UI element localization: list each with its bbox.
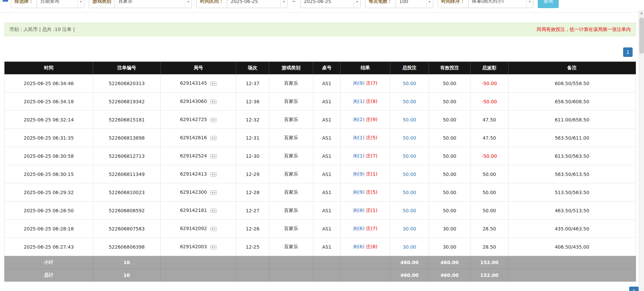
column-header-valid-bet: 有效投注 <box>429 62 470 74</box>
column-header-result: 结果 <box>340 62 390 74</box>
round-video-icon[interactable] <box>210 208 217 213</box>
table-header-row: 时间 注单编号 局号 场次 游戏类别 桌号 结果 总投注 有效投注 总派彩 备注 <box>5 62 636 74</box>
cell-result: 闲(1) 庄(5) <box>340 129 390 147</box>
total-bet-link[interactable]: 50.00 <box>403 172 416 177</box>
result-banker: 庄(8) <box>366 99 377 104</box>
filter-time-order-value: 降幂(由大到小) <box>472 0 523 4</box>
cell-payout: 28.50 <box>470 220 508 238</box>
round-video-icon[interactable] <box>210 117 217 122</box>
round-no-value: 629142300 <box>180 189 207 195</box>
round-video-icon[interactable] <box>210 190 217 195</box>
round-video-icon[interactable] <box>210 99 217 104</box>
table-row: 2025-06-25 06:28:50522606808592629142181… <box>5 202 636 220</box>
total-bet-link[interactable]: 50.00 <box>403 117 416 122</box>
total-bet-link[interactable]: 50.00 <box>403 208 416 213</box>
filter-time-range: 时间区间： 2025-06-25 ▾ <box>196 0 287 8</box>
clipped-link[interactable] <box>3 0 8 2</box>
result-player: 闲(1) <box>353 99 365 104</box>
result-banker: 庄(9) <box>366 117 377 122</box>
cell-game-type: 百家乐 <box>269 111 313 129</box>
cell-session: 12-29 <box>236 165 269 183</box>
cell-remark: 406.50/435.00 <box>508 238 636 256</box>
scroll-up-icon[interactable]: ▲ <box>639 10 644 16</box>
cell-result: 闲(8) 庄(1) <box>340 202 390 220</box>
result-banker: 庄(1) <box>366 208 377 213</box>
filter-page-size-value: 100 <box>399 0 423 4</box>
total-empty <box>160 269 236 282</box>
subtotal-empty <box>508 256 636 269</box>
cell-time: 2025-06-25 06:28:18 <box>5 220 93 238</box>
filter-date-type-select[interactable]: 日期查询 ▾ <box>37 0 84 8</box>
table-body: 2025-06-25 06:34:46522606820313629143145… <box>5 74 636 256</box>
total-bet-link[interactable]: 30.00 <box>403 244 416 250</box>
result-player: 闲(9) <box>353 189 365 195</box>
round-video-icon[interactable] <box>210 172 217 177</box>
result-banker: 庄(7) <box>366 226 377 231</box>
filter-time-order: 时间排序： 降幂(由大到小) ▾ <box>438 0 533 8</box>
total-empty <box>508 269 636 282</box>
total-row: 总计 10 460.00 460.00 152.00 <box>5 269 636 282</box>
caret-down-icon: ▾ <box>77 0 84 8</box>
subtotal-empty <box>269 256 313 269</box>
filter-date-to-select[interactable]: 2025-06-25 ▾ <box>300 0 360 8</box>
cell-time: 2025-06-25 06:30:15 <box>5 165 93 183</box>
total-bet-link[interactable]: 50.00 <box>403 135 416 141</box>
total-bet-link[interactable]: 50.00 <box>403 153 416 159</box>
cell-bet-no: 522606807583 <box>93 220 160 238</box>
cell-total-bet: 50.00 <box>390 129 429 147</box>
filter-date-type-value: 日期查询 <box>40 0 74 4</box>
round-video-icon[interactable] <box>210 136 217 141</box>
column-header-game-type: 游戏类别 <box>269 62 313 74</box>
cell-round-no: 629142003 <box>160 238 236 256</box>
filter-time-order-select[interactable]: 降幂(由大到小) ▾ <box>469 0 533 8</box>
round-video-icon[interactable] <box>210 226 217 231</box>
round-video-icon[interactable] <box>210 81 217 86</box>
total-bet-link[interactable]: 50.00 <box>403 190 416 195</box>
cell-bet-no: 522606810023 <box>93 183 160 202</box>
total-count: 10 <box>93 269 160 282</box>
search-button[interactable]: 查询 <box>538 0 559 8</box>
cell-bet-no: 522606806398 <box>93 238 160 256</box>
subtotal-payout: 152.00 <box>470 256 508 269</box>
filter-date-from-select[interactable]: 2025-06-25 ▾ <box>227 0 287 8</box>
pagination-bottom-page-1[interactable]: 1 <box>629 287 639 291</box>
filter-page-size-select[interactable]: 100 ▾ <box>396 0 433 8</box>
cell-time: 2025-06-25 06:31:35 <box>5 129 93 147</box>
subtotal-label: 小计 <box>5 256 93 269</box>
round-no-value: 629142524 <box>180 153 207 158</box>
scrollbar-thumb[interactable] <box>639 17 644 54</box>
caret-down-icon: ▾ <box>526 0 533 8</box>
cell-valid-bet: 50.00 <box>429 183 470 202</box>
round-video-icon[interactable] <box>210 245 217 250</box>
subtotal-empty <box>340 256 390 269</box>
cell-time: 2025-06-25 06:34:46 <box>5 74 93 93</box>
total-bet-link[interactable]: 50.00 <box>403 99 416 104</box>
cell-session: 12-32 <box>236 111 269 129</box>
total-bet-link[interactable]: 30.00 <box>403 226 416 231</box>
round-no-value: 629143145 <box>180 80 207 86</box>
table-row: 2025-06-25 06:29:32522606810023629142300… <box>5 183 636 202</box>
cell-payout: 50.00 <box>470 202 508 220</box>
column-header-total-bet: 总投注 <box>390 62 429 74</box>
cell-result: 闲(1) 庄(7) <box>340 147 390 165</box>
cell-result: 闲(9) 庄(7) <box>340 74 390 93</box>
cell-total-bet: 30.00 <box>390 220 429 238</box>
cell-total-bet: 50.00 <box>390 165 429 183</box>
column-header-round-no: 局号 <box>160 62 236 74</box>
cell-round-no: 629142092 <box>160 220 236 238</box>
cell-remark: 613.50/563.50 <box>508 147 636 165</box>
filter-bar: 筛选择： 日期查询 ▾ 游戏类别 百家乐 ▾ 时间区间： 2025-06-25 … <box>0 0 639 13</box>
total-valid-bet: 460.00 <box>429 269 470 282</box>
cell-table-no: AS1 <box>313 183 340 202</box>
subtotal-total-bet: 460.00 <box>390 256 429 269</box>
cell-game-type: 百家乐 <box>269 202 313 220</box>
result-banker: 庄(5) <box>366 189 377 195</box>
pagination-page-1[interactable]: 1 <box>623 47 633 57</box>
filter-game-type-select[interactable]: 百家乐 ▾ <box>115 0 192 8</box>
bets-table: 时间 注单编号 局号 场次 游戏类别 桌号 结果 总投注 有效投注 总派彩 备注… <box>4 62 636 282</box>
cell-game-type: 百家乐 <box>269 238 313 256</box>
round-video-icon[interactable] <box>210 154 217 159</box>
scrollbar[interactable]: ▲ <box>639 10 644 291</box>
total-bet-link[interactable]: 50.00 <box>403 81 416 86</box>
round-no-value: 629142413 <box>180 171 207 177</box>
